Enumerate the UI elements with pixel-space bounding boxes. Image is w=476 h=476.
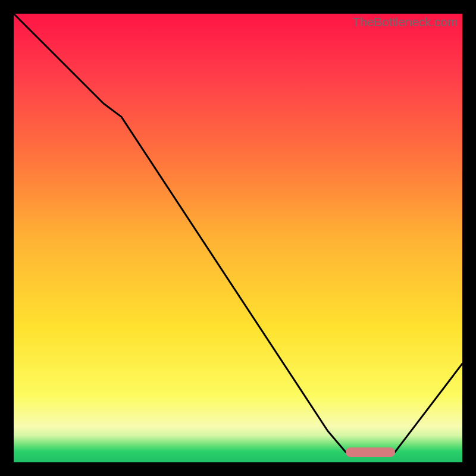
- line-chart: [14, 14, 462, 462]
- chart-frame: TheBottleneck.com: [0, 0, 476, 476]
- plot-area: TheBottleneck.com: [14, 14, 462, 462]
- optimum-marker: [346, 447, 395, 457]
- curve-path: [14, 14, 462, 452]
